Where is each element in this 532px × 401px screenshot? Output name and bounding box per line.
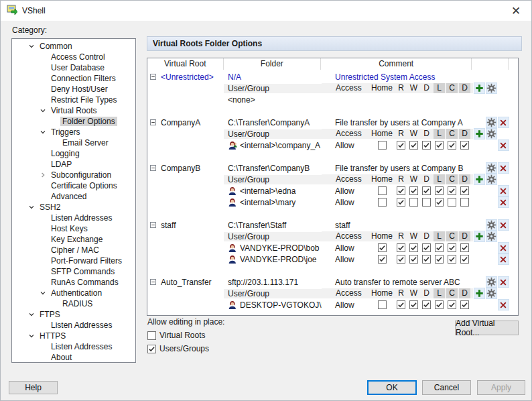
perm-checkbox-l[interactable] — [435, 255, 444, 264]
perm-checkbox-w[interactable] — [409, 300, 418, 309]
perm-checkbox-r[interactable] — [397, 255, 405, 264]
perm-checkbox-d2[interactable] — [460, 243, 469, 252]
edit-root-gear-button[interactable] — [486, 117, 497, 128]
expanded-chevron-icon[interactable] — [25, 333, 38, 339]
tree-item-deny-host-user[interactable]: Deny Host/User — [12, 84, 135, 95]
perm-checkbox-r[interactable] — [397, 300, 405, 309]
expanded-chevron-icon[interactable] — [37, 129, 49, 135]
tree-item-radius[interactable]: RADIUS — [12, 298, 135, 309]
column-header-comment[interactable]: Comment — [321, 58, 472, 70]
perm-checkbox-d[interactable] — [422, 255, 431, 264]
add-user-button[interactable] — [474, 288, 485, 299]
tree-item-triggers[interactable]: Triggers — [12, 127, 135, 137]
virtual-roots-checkbox[interactable] — [147, 331, 156, 340]
collapse-toggle-icon[interactable] — [150, 222, 156, 228]
edit-root-gear-button[interactable] — [486, 162, 497, 174]
tree-item-listen-addresses[interactable]: Listen Addresses — [12, 213, 135, 223]
expanded-chevron-icon[interactable] — [25, 311, 38, 318]
perm-checkbox-l[interactable] — [435, 198, 444, 207]
edit-root-gear-button[interactable] — [486, 219, 497, 231]
add-user-button[interactable] — [474, 231, 485, 242]
home-checkbox[interactable] — [378, 198, 387, 207]
perm-checkbox-r[interactable] — [397, 198, 405, 207]
tree-item-access-control[interactable]: Access Control — [12, 52, 135, 62]
delete-root-button[interactable] — [498, 162, 509, 174]
tree-item-https[interactable]: HTTPS — [12, 331, 135, 341]
perm-checkbox-d2[interactable] — [460, 300, 469, 309]
tree-item-sftp-commands[interactable]: SFTP Commands — [12, 266, 135, 277]
tree-item-subconfiguration[interactable]: Subconfiguration — [12, 170, 135, 180]
column-header-virtual-root[interactable]: Virtual Root — [147, 58, 224, 70]
perm-checkbox-w[interactable] — [409, 186, 418, 195]
delete-root-button[interactable] — [498, 276, 509, 288]
add-virtual-root-button[interactable]: Add Virtual Root... — [455, 321, 519, 335]
tree-item-authentication[interactable]: Authentication — [12, 288, 135, 298]
tree-item-user-database[interactable]: User Database — [12, 62, 135, 73]
add-user-button[interactable] — [474, 82, 485, 94]
tree-item-ldap[interactable]: LDAP — [12, 159, 135, 170]
close-button[interactable]: ✕ — [501, 1, 531, 21]
tree-item-advanced[interactable]: Advanced — [12, 191, 135, 202]
column-header-folder[interactable]: Folder — [224, 58, 321, 70]
perm-checkbox-r[interactable] — [397, 243, 405, 252]
tree-item-connection-filters[interactable]: Connection Filters — [12, 73, 135, 84]
perm-checkbox-c[interactable] — [448, 198, 456, 207]
perm-checkbox-l[interactable] — [435, 141, 444, 150]
home-checkbox[interactable] — [378, 243, 387, 252]
delete-member-button[interactable] — [498, 242, 509, 253]
perm-checkbox-c[interactable] — [448, 243, 456, 252]
ok-button[interactable]: OK — [367, 380, 417, 395]
perm-checkbox-c[interactable] — [448, 255, 456, 264]
delete-member-button[interactable] — [498, 253, 509, 265]
collapse-toggle-icon[interactable] — [150, 165, 156, 171]
tree-item-email-server[interactable]: Email Server — [12, 137, 135, 148]
perm-checkbox-c[interactable] — [448, 186, 456, 195]
delete-member-button[interactable] — [498, 196, 509, 208]
add-user-button[interactable] — [474, 128, 485, 139]
expanded-chevron-icon[interactable] — [37, 107, 49, 114]
tree-item-common[interactable]: Common — [12, 41, 135, 52]
perm-checkbox-l[interactable] — [435, 300, 444, 309]
perm-checkbox-d[interactable] — [422, 300, 431, 309]
perm-checkbox-w[interactable] — [409, 141, 418, 150]
delete-member-button[interactable] — [498, 139, 509, 151]
tree-item-restrict-file-types[interactable]: Restrict File Types — [12, 95, 135, 105]
perm-checkbox-d2[interactable] — [460, 255, 469, 264]
delete-member-button[interactable] — [498, 299, 509, 310]
expanded-chevron-icon[interactable] — [25, 204, 38, 211]
apply-button[interactable]: Apply — [477, 380, 525, 395]
tree-item-virtual-roots[interactable]: Virtual Roots — [12, 105, 135, 116]
perm-checkbox-w[interactable] — [409, 198, 418, 207]
collapse-toggle-icon[interactable] — [150, 279, 156, 285]
help-button[interactable]: Help — [9, 381, 58, 394]
perm-checkbox-d2[interactable] — [460, 186, 469, 195]
collapse-toggle-icon[interactable] — [150, 119, 156, 125]
home-checkbox[interactable] — [378, 300, 387, 309]
tree-item-key-exchange[interactable]: Key Exchange — [12, 234, 135, 245]
perm-checkbox-l[interactable] — [435, 243, 444, 252]
home-checkbox[interactable] — [378, 255, 387, 264]
virtual-roots-checkbox-row[interactable]: Virtual Roots — [147, 331, 205, 340]
perm-checkbox-r[interactable] — [397, 186, 405, 195]
expanded-chevron-icon[interactable] — [37, 290, 49, 296]
tree-item-listen-addresses[interactable]: Listen Addresses — [12, 320, 135, 331]
cancel-button[interactable]: Cancel — [422, 380, 471, 395]
user-settings-gear-button[interactable] — [486, 128, 497, 139]
tree-item-logging[interactable]: Logging — [12, 148, 135, 159]
tree-item-about[interactable]: About — [12, 352, 135, 363]
tree-item-listen-addresses[interactable]: Listen Addresses — [12, 341, 135, 352]
perm-checkbox-r[interactable] — [397, 141, 405, 150]
tree-item-runas-commands[interactable]: RunAs Commands — [12, 277, 135, 288]
perm-checkbox-l[interactable] — [435, 186, 444, 195]
perm-checkbox-d2[interactable] — [460, 198, 469, 207]
tree-item-certificate-options[interactable]: Certificate Options — [12, 180, 135, 191]
users-groups-checkbox[interactable] — [147, 345, 156, 353]
tree-item-cipher-mac[interactable]: Cipher / MAC — [12, 245, 135, 255]
perm-checkbox-d[interactable] — [422, 141, 431, 150]
collapse-toggle-icon[interactable] — [150, 74, 156, 80]
delete-member-button[interactable] — [498, 185, 509, 196]
edit-root-gear-button[interactable] — [486, 276, 497, 288]
users-groups-checkbox-row[interactable]: Users/Groups — [147, 344, 209, 353]
user-settings-gear-button[interactable] — [486, 82, 497, 94]
perm-checkbox-d[interactable] — [422, 186, 431, 195]
